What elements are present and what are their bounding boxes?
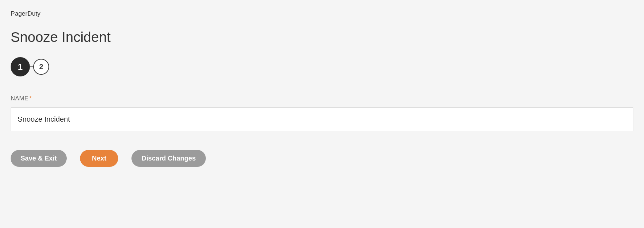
page-title: Snooze Incident (11, 29, 633, 45)
discard-changes-button[interactable]: Discard Changes (131, 150, 205, 167)
save-exit-button[interactable]: Save & Exit (11, 150, 67, 167)
required-asterisk: * (29, 95, 32, 102)
breadcrumb-link[interactable]: PagerDuty (11, 10, 40, 17)
step-2[interactable]: 2 (33, 59, 49, 75)
name-field-label: NAME * (11, 95, 633, 102)
step-connector (30, 66, 33, 67)
step-1[interactable]: 1 (11, 57, 30, 76)
name-label-text: NAME (11, 95, 29, 102)
button-row: Save & Exit Next Discard Changes (11, 150, 633, 167)
next-button[interactable]: Next (80, 150, 118, 167)
stepper: 1 2 (11, 57, 633, 76)
name-input[interactable] (11, 107, 633, 131)
